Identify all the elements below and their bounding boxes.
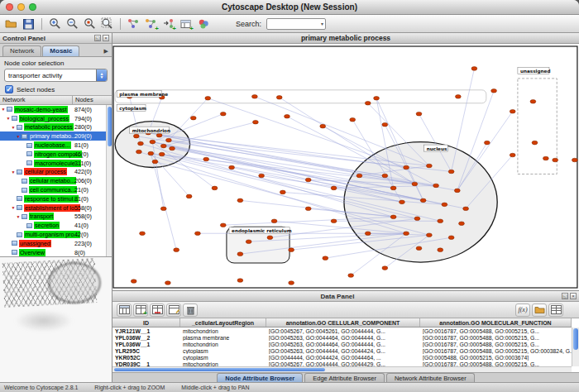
network-node[interactable] [237,279,243,283]
table-horizontal-scrollbar-thumb[interactable] [114,368,325,371]
tree-item[interactable]: ▼mosaic-demo-yeast874(0) [0,105,106,114]
attribute-new-icon[interactable]: + [133,304,148,317]
network-canvas[interactable]: plasma membranecytoplasmmitochondrionnuc… [112,44,579,290]
close-panel-icon[interactable]: × [103,35,109,41]
tree-item[interactable]: ▼establishment of lo...558(0) [0,203,106,213]
network-node[interactable] [203,157,209,161]
network-node[interactable] [253,120,259,124]
tab-scroll-right-icon[interactable]: ▶ [104,48,112,56]
network-node[interactable] [140,232,146,236]
zoom-window-button[interactable] [29,3,36,11]
network-node[interactable] [156,133,162,137]
expander-icon[interactable]: ▼ [15,134,22,139]
network-node[interactable] [382,266,388,270]
network-node[interactable] [323,256,328,261]
network-canvas-svg[interactable]: plasma membranecytoplasmmitochondrionnuc… [112,44,579,290]
float-panel-icon[interactable]: ◱ [94,35,101,41]
network-node[interactable] [438,248,443,252]
expander-icon[interactable]: ▼ [5,116,12,121]
expander-icon[interactable]: ▼ [10,125,17,130]
tree-item[interactable]: ▼cellular process422(0) [0,168,106,177]
open-session-icon[interactable] [3,17,19,31]
network-node[interactable] [220,223,226,227]
expander-icon[interactable]: ▼ [15,214,22,219]
select-nodes-checkbox[interactable]: ✓ [5,85,13,93]
network-node[interactable] [289,281,294,285]
network-node[interactable] [448,170,454,174]
expander-icon[interactable]: ▼ [10,205,17,210]
network-view-title[interactable]: primary metabolic process [112,33,579,44]
node-color-dropdown[interactable]: transporter activity ▲▼ [4,69,108,82]
network-node[interactable] [152,160,158,164]
network-node[interactable] [170,146,175,151]
create-network-icon[interactable]: + [143,17,159,31]
tab-network-attribute-browser[interactable]: Network Attribute Browser [386,373,475,382]
tree-item[interactable]: nucleobase...81(0) [0,141,106,150]
expander-icon[interactable]: ▼ [0,107,7,112]
network-node[interactable] [174,248,179,252]
network-node[interactable] [390,186,396,190]
network-node[interactable] [484,141,490,145]
network-node[interactable] [459,222,465,226]
table-row[interactable]: YPL036W__1mitochondrion[GO:0045263, GO:0… [112,341,572,347]
zoom-fit-icon[interactable] [99,17,115,31]
network-node[interactable] [365,101,371,105]
network-node[interactable] [463,207,469,211]
column-header[interactable]: annotation.GO MOLECULAR_FUNCTION [420,318,572,327]
tree-header-nodes[interactable]: Nodes [73,96,112,104]
close-window-button[interactable] [6,3,13,11]
network-node[interactable] [276,95,282,99]
network-node[interactable] [455,94,461,98]
network-node[interactable] [138,141,144,146]
network-node[interactable] [166,138,172,142]
chevron-down-icon[interactable]: ▾ [321,21,325,26]
network-node[interactable] [382,174,388,178]
network-node[interactable] [280,190,285,194]
tab-node-attribute-browser[interactable]: Node Attribute Browser [217,373,303,382]
formula-builder-icon[interactable]: f(x) [515,304,530,317]
network-node[interactable] [471,67,477,71]
network-node[interactable] [400,200,405,204]
tree-item[interactable]: multi-organism pro...42(0) [0,230,106,239]
network-node[interactable] [543,156,548,160]
tree-item[interactable]: cell communica...21(0) [0,185,106,194]
tab-network[interactable]: Network [2,45,41,56]
network-node[interactable] [356,174,362,178]
network-node[interactable] [572,158,577,162]
network-node[interactable] [305,178,311,182]
birdseye-view[interactable] [0,256,112,382]
network-node[interactable] [148,151,154,155]
network-node[interactable] [553,158,558,162]
vizmapper-icon[interactable] [195,17,211,31]
network-node[interactable] [285,114,290,118]
network-node[interactable] [133,134,139,138]
network-node[interactable] [510,153,515,157]
tree-item[interactable]: ▼transport558(0) [0,213,106,222]
network-node[interactable] [251,94,257,98]
network-node[interactable] [374,96,380,100]
network-node[interactable] [160,144,166,148]
column-header[interactable]: _cellularLayoutRegion [180,318,266,327]
network-node[interactable] [448,236,454,240]
network-node[interactable] [271,219,277,223]
close-panel-icon[interactable]: × [570,293,577,299]
expander-icon[interactable]: ▼ [10,170,17,174]
network-node[interactable] [237,198,243,203]
table-row[interactable]: YKR052Ccytoplasm[GO:0044444, GO:0044424,… [112,354,572,361]
search-input[interactable]: ▾ [266,18,326,30]
network-node[interactable] [150,140,156,144]
network-node[interactable] [442,203,447,207]
network-node[interactable] [190,116,196,120]
network-node[interactable] [267,236,273,240]
tree-item[interactable]: secretion41(0) [0,221,106,230]
network-node[interactable] [416,246,422,251]
network-node[interactable] [414,217,420,221]
network-node[interactable] [195,232,201,236]
column-header[interactable]: ID [112,318,180,327]
network-node[interactable] [305,207,311,211]
attribute-delete-icon[interactable] [150,304,165,317]
table-vertical-scrollbar[interactable] [572,327,579,366]
network-node[interactable] [365,232,371,236]
network-node[interactable] [404,165,409,170]
network-node[interactable] [289,248,294,252]
